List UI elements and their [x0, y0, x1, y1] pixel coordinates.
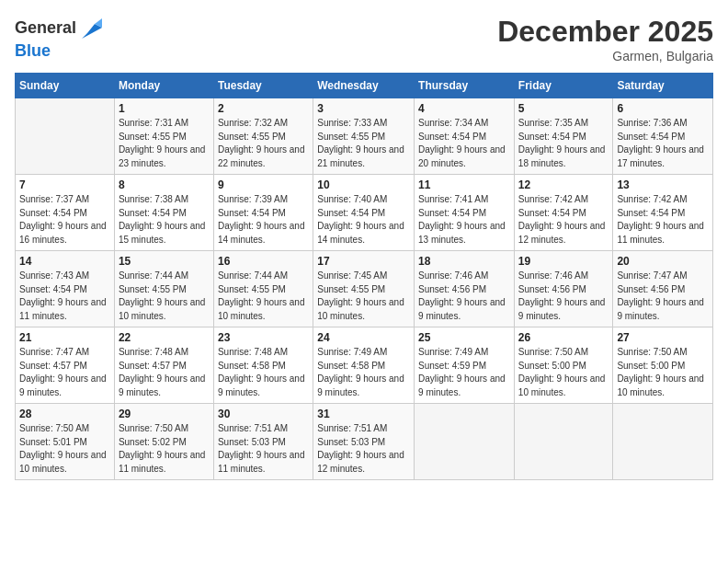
day-number: 3 — [317, 102, 410, 115]
calendar-cell — [514, 404, 613, 480]
logo-blue: Blue — [15, 41, 51, 60]
month-title: December 2025 — [497, 15, 713, 49]
day-number: 23 — [218, 331, 309, 344]
day-info: Sunrise: 7:40 AMSunset: 4:54 PMDaylight:… — [317, 193, 410, 247]
day-number: 13 — [617, 178, 709, 191]
day-info: Sunrise: 7:50 AMSunset: 5:02 PMDaylight:… — [119, 422, 210, 476]
calendar-cell: 15Sunrise: 7:44 AMSunset: 4:55 PMDayligh… — [114, 251, 213, 327]
day-info: Sunrise: 7:36 AMSunset: 4:54 PMDaylight:… — [617, 117, 709, 170]
day-info: Sunrise: 7:45 AMSunset: 4:55 PMDaylight:… — [317, 270, 410, 323]
day-info: Sunrise: 7:48 AMSunset: 4:57 PMDaylight:… — [119, 346, 210, 399]
calendar-cell: 23Sunrise: 7:48 AMSunset: 4:58 PMDayligh… — [213, 327, 313, 404]
header-day-wednesday: Wednesday — [313, 74, 415, 98]
calendar-cell: 9Sunrise: 7:39 AMSunset: 4:54 PMDaylight… — [213, 175, 313, 251]
calendar-cell: 6Sunrise: 7:36 AMSunset: 4:54 PMDaylight… — [613, 98, 713, 175]
calendar-cell: 28Sunrise: 7:50 AMSunset: 5:01 PMDayligh… — [16, 404, 115, 480]
day-info: Sunrise: 7:43 AMSunset: 4:54 PMDaylight:… — [19, 270, 110, 323]
header-day-sunday: Sunday — [16, 74, 115, 98]
day-info: Sunrise: 7:37 AMSunset: 4:54 PMDaylight:… — [19, 193, 110, 247]
calendar-cell: 27Sunrise: 7:50 AMSunset: 5:00 PMDayligh… — [613, 327, 713, 404]
day-number: 28 — [19, 408, 110, 420]
day-info: Sunrise: 7:42 AMSunset: 4:54 PMDaylight:… — [617, 193, 709, 247]
day-number: 21 — [19, 331, 110, 344]
calendar-cell: 8Sunrise: 7:38 AMSunset: 4:54 PMDaylight… — [114, 175, 213, 251]
header-day-saturday: Saturday — [613, 74, 713, 98]
calendar-header-row: SundayMondayTuesdayWednesdayThursdayFrid… — [16, 74, 713, 98]
location-title: Garmen, Bulgaria — [497, 49, 713, 63]
calendar-week-row: 14Sunrise: 7:43 AMSunset: 4:54 PMDayligh… — [16, 251, 713, 327]
day-number: 19 — [518, 255, 609, 268]
calendar-cell: 11Sunrise: 7:41 AMSunset: 4:54 PMDayligh… — [415, 175, 515, 251]
day-number: 8 — [119, 178, 210, 191]
calendar-cell: 14Sunrise: 7:43 AMSunset: 4:54 PMDayligh… — [16, 251, 115, 327]
calendar-cell: 17Sunrise: 7:45 AMSunset: 4:55 PMDayligh… — [313, 251, 415, 327]
calendar-cell: 22Sunrise: 7:48 AMSunset: 4:57 PMDayligh… — [114, 327, 213, 404]
calendar-cell: 10Sunrise: 7:40 AMSunset: 4:54 PMDayligh… — [313, 175, 415, 251]
day-number: 2 — [218, 102, 309, 115]
title-block: December 2025 Garmen, Bulgaria — [497, 15, 713, 63]
day-info: Sunrise: 7:50 AMSunset: 5:00 PMDaylight:… — [617, 346, 709, 399]
day-number: 7 — [19, 178, 110, 191]
day-info: Sunrise: 7:47 AMSunset: 4:56 PMDaylight:… — [617, 270, 709, 323]
calendar-cell: 7Sunrise: 7:37 AMSunset: 4:54 PMDaylight… — [16, 175, 115, 251]
day-number: 25 — [418, 331, 510, 344]
day-info: Sunrise: 7:46 AMSunset: 4:56 PMDaylight:… — [418, 270, 510, 323]
calendar-week-row: 21Sunrise: 7:47 AMSunset: 4:57 PMDayligh… — [16, 327, 713, 404]
day-info: Sunrise: 7:33 AMSunset: 4:55 PMDaylight:… — [317, 117, 410, 170]
calendar-cell — [415, 404, 515, 480]
day-number: 31 — [317, 408, 410, 420]
day-info: Sunrise: 7:47 AMSunset: 4:57 PMDaylight:… — [19, 346, 110, 399]
calendar-cell: 12Sunrise: 7:42 AMSunset: 4:54 PMDayligh… — [514, 175, 613, 251]
day-info: Sunrise: 7:50 AMSunset: 5:00 PMDaylight:… — [518, 346, 609, 399]
calendar-cell: 26Sunrise: 7:50 AMSunset: 5:00 PMDayligh… — [514, 327, 613, 404]
day-number: 1 — [119, 102, 210, 115]
header-day-tuesday: Tuesday — [213, 74, 313, 98]
calendar-cell: 25Sunrise: 7:49 AMSunset: 4:59 PMDayligh… — [415, 327, 515, 404]
calendar-week-row: 28Sunrise: 7:50 AMSunset: 5:01 PMDayligh… — [16, 404, 713, 480]
day-number: 5 — [518, 102, 609, 115]
day-info: Sunrise: 7:32 AMSunset: 4:55 PMDaylight:… — [218, 117, 309, 170]
header-day-thursday: Thursday — [415, 74, 515, 98]
day-number: 29 — [119, 408, 210, 420]
day-number: 27 — [617, 331, 709, 344]
day-info: Sunrise: 7:49 AMSunset: 4:59 PMDaylight:… — [418, 346, 510, 399]
calendar-cell: 19Sunrise: 7:46 AMSunset: 4:56 PMDayligh… — [514, 251, 613, 327]
day-info: Sunrise: 7:38 AMSunset: 4:54 PMDaylight:… — [119, 193, 210, 247]
header: General Blue December 2025 Garmen, Bulga… — [15, 15, 713, 63]
day-info: Sunrise: 7:44 AMSunset: 4:55 PMDaylight:… — [218, 270, 309, 323]
day-info: Sunrise: 7:50 AMSunset: 5:01 PMDaylight:… — [19, 422, 110, 476]
calendar-cell: 16Sunrise: 7:44 AMSunset: 4:55 PMDayligh… — [213, 251, 313, 327]
calendar-cell — [16, 98, 115, 175]
calendar-week-row: 7Sunrise: 7:37 AMSunset: 4:54 PMDaylight… — [16, 175, 713, 251]
logo-general: General — [15, 19, 76, 38]
calendar-cell: 2Sunrise: 7:32 AMSunset: 4:55 PMDaylight… — [213, 98, 313, 175]
day-number: 10 — [317, 178, 410, 191]
day-info: Sunrise: 7:31 AMSunset: 4:55 PMDaylight:… — [119, 117, 210, 170]
day-info: Sunrise: 7:44 AMSunset: 4:55 PMDaylight:… — [119, 270, 210, 323]
calendar-cell: 4Sunrise: 7:34 AMSunset: 4:54 PMDaylight… — [415, 98, 515, 175]
day-number: 26 — [518, 331, 609, 344]
header-day-friday: Friday — [514, 74, 613, 98]
day-number: 22 — [119, 331, 210, 344]
day-number: 9 — [218, 178, 309, 191]
logo-icon — [78, 15, 106, 42]
calendar-cell: 24Sunrise: 7:49 AMSunset: 4:58 PMDayligh… — [313, 327, 415, 404]
calendar-cell: 21Sunrise: 7:47 AMSunset: 4:57 PMDayligh… — [16, 327, 115, 404]
day-info: Sunrise: 7:51 AMSunset: 5:03 PMDaylight:… — [317, 422, 410, 476]
day-number: 14 — [19, 255, 110, 268]
calendar-cell: 20Sunrise: 7:47 AMSunset: 4:56 PMDayligh… — [613, 251, 713, 327]
main-container: General Blue December 2025 Garmen, Bulga… — [0, 0, 728, 488]
calendar-cell: 29Sunrise: 7:50 AMSunset: 5:02 PMDayligh… — [114, 404, 213, 480]
day-info: Sunrise: 7:42 AMSunset: 4:54 PMDaylight:… — [518, 193, 609, 247]
day-number: 18 — [418, 255, 510, 268]
day-number: 17 — [317, 255, 410, 268]
day-number: 20 — [617, 255, 709, 268]
calendar-cell: 3Sunrise: 7:33 AMSunset: 4:55 PMDaylight… — [313, 98, 415, 175]
day-number: 30 — [218, 408, 309, 420]
day-info: Sunrise: 7:39 AMSunset: 4:54 PMDaylight:… — [218, 193, 309, 247]
day-number: 11 — [418, 178, 510, 191]
calendar-cell: 13Sunrise: 7:42 AMSunset: 4:54 PMDayligh… — [613, 175, 713, 251]
day-info: Sunrise: 7:49 AMSunset: 4:58 PMDaylight:… — [317, 346, 410, 399]
day-number: 4 — [418, 102, 510, 115]
calendar-cell: 30Sunrise: 7:51 AMSunset: 5:03 PMDayligh… — [213, 404, 313, 480]
